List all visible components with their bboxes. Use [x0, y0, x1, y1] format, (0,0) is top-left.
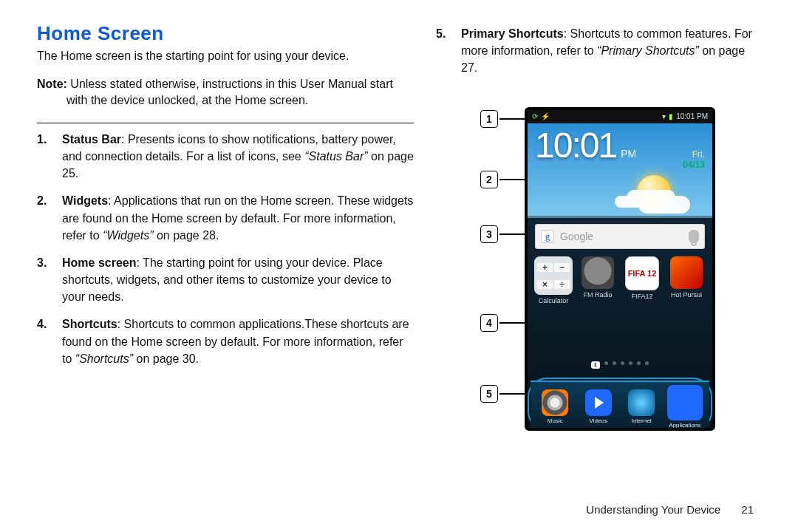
page-footer: Understanding Your Device 21: [586, 503, 754, 516]
callout-bubble: 4: [480, 314, 498, 332]
item-ref: “Shortcuts”: [75, 352, 133, 365]
item-number: 2.: [37, 192, 47, 209]
list-item: 4. Shortcuts: Shortcuts to common applic…: [62, 316, 414, 367]
callout-bubble: 3: [480, 225, 498, 243]
page-dot-current: 1: [591, 361, 600, 369]
callout: 3: [480, 225, 525, 243]
cloud-icon: [638, 196, 690, 214]
app-shortcut-fmradio: FM Radio: [579, 256, 616, 304]
item-ref: “Status Bar”: [304, 150, 367, 163]
callouts-column: 1 2 3 4 5: [480, 107, 525, 425]
phone-bezel: ⟳⚡ ▾▮10:01 PM 10:01 PM Fri. 04/13: [525, 107, 715, 431]
sync-icon: ⟳: [532, 112, 538, 120]
list-item: 5. Primary Shortcuts: Shortcuts to commo…: [461, 25, 761, 77]
dock-label: Videos: [590, 417, 607, 424]
dock-internet: Internet: [621, 389, 662, 424]
dock-label: Applications: [669, 422, 700, 429]
dock-videos: Videos: [578, 389, 619, 424]
item-title: Status Bar: [62, 133, 121, 146]
callout-lead: [499, 179, 525, 180]
primary-shortcuts-highlight: Music Videos Internet Applications: [528, 378, 712, 431]
app-shortcut-fifa12: FIFA 12 FIFA12: [624, 256, 661, 304]
callout: 4: [480, 314, 525, 332]
callout: 2: [480, 171, 525, 188]
item-ref: “Widgets”: [103, 229, 153, 242]
callout-lead: [499, 233, 525, 235]
item-number: 5.: [436, 25, 446, 42]
app-label: Calculator: [539, 297, 569, 304]
phone-figure: 1 2 3 4 5 ⟳⚡ ▾▮10:01 PM: [480, 107, 715, 431]
mic-icon: [689, 230, 699, 243]
page-dot: [637, 361, 641, 365]
clock-weather-widget: 10:01 PM Fri. 04/13: [528, 123, 712, 218]
status-right: ▾▮10:01 PM: [659, 110, 708, 123]
item-body-b: on page 28.: [153, 229, 219, 242]
section-heading: Home Screen: [37, 22, 414, 45]
app-shortcut-calculator: +−×÷ Calculator: [535, 256, 572, 304]
home-screen-area: g Google +−×÷ Calculator: [528, 218, 712, 428]
callout-lead: [499, 322, 525, 324]
note-body: Unless stated otherwise, instructions in…: [66, 78, 393, 106]
page-dot: [604, 361, 608, 365]
google-search-widget: g Google: [535, 224, 705, 249]
page-dot: [621, 361, 624, 365]
clock-time: 10:01: [535, 128, 616, 163]
calculator-icon: +−×÷: [534, 256, 573, 295]
callout: 1: [480, 110, 525, 128]
google-g-icon: g: [541, 230, 554, 243]
item-number: 3.: [37, 254, 47, 271]
item-title: Primary Shortcuts: [461, 27, 564, 40]
page-dot: [645, 361, 649, 365]
dock-applications: Applications: [664, 385, 706, 429]
note-label: Note:: [37, 78, 67, 90]
app-label: FIFA12: [631, 293, 652, 300]
page-indicator: 1: [535, 361, 705, 369]
clock-ampm: PM: [621, 148, 636, 160]
dock-music: Music: [534, 389, 576, 424]
list-item: 1. Status Bar: Presents icons to show no…: [62, 131, 414, 183]
item-title: Widgets: [62, 194, 108, 207]
dock-label: Music: [548, 417, 563, 424]
callout-bubble: 2: [480, 171, 498, 188]
list-item: 2. Widgets: Applications that run on the…: [62, 192, 414, 244]
fifa12-icon: FIFA 12: [625, 256, 659, 290]
status-time: 10:01 PM: [676, 112, 708, 120]
item-number: 1.: [37, 131, 47, 148]
list-item: 3. Home screen: The starting point for u…: [62, 254, 414, 306]
clock-day: Fri.: [683, 149, 705, 160]
callout: 5: [480, 385, 525, 403]
numbered-list: 1. Status Bar: Presents icons to show no…: [37, 131, 414, 367]
intro-text: The Home screen is the starting point fo…: [37, 50, 414, 63]
callout-lead: [499, 393, 525, 395]
dock-label: Internet: [632, 417, 652, 424]
page-dot: [629, 361, 632, 365]
item-ref: “Primary Shortcuts”: [597, 44, 699, 57]
note-block: Note: Unless stated otherwise, instructi…: [37, 73, 414, 123]
battery-icon: ▮: [669, 112, 673, 120]
status-left-icons: ⟳⚡: [532, 110, 553, 123]
music-icon: [542, 389, 568, 416]
app-shortcut-row: +−×÷ Calculator FM Radio FIFA 12 FIFA12: [535, 256, 705, 304]
status-bar: ⟳⚡ ▾▮10:01 PM: [528, 110, 712, 123]
applications-icon: [667, 385, 703, 420]
signal-icon: ⚡: [541, 112, 550, 120]
item-body-b: on page 30.: [133, 352, 199, 365]
page-dot: [613, 361, 616, 365]
primary-shortcuts-dock: Music Videos Internet Applications: [531, 381, 709, 429]
footer-section: Understanding Your Device: [586, 503, 720, 516]
fmradio-icon: [582, 256, 614, 289]
app-shortcut-hotpursuit: Hot Pursui: [668, 256, 705, 304]
app-label: FM Radio: [583, 291, 612, 299]
numbered-list-cont: 5. Primary Shortcuts: Shortcuts to commo…: [436, 25, 761, 77]
callout-lead: [499, 118, 525, 120]
video-icon: [585, 389, 612, 416]
footer-page-number: 21: [741, 503, 754, 516]
wifi-icon: ▾: [662, 112, 666, 120]
internet-icon: [628, 389, 655, 416]
hotpursuit-icon: [670, 256, 703, 289]
item-title: Shortcuts: [62, 318, 117, 330]
clock-date: 04/13: [683, 160, 705, 170]
search-placeholder: Google: [560, 231, 683, 242]
callout-bubble: 1: [480, 110, 498, 128]
callout-bubble: 5: [480, 385, 498, 403]
